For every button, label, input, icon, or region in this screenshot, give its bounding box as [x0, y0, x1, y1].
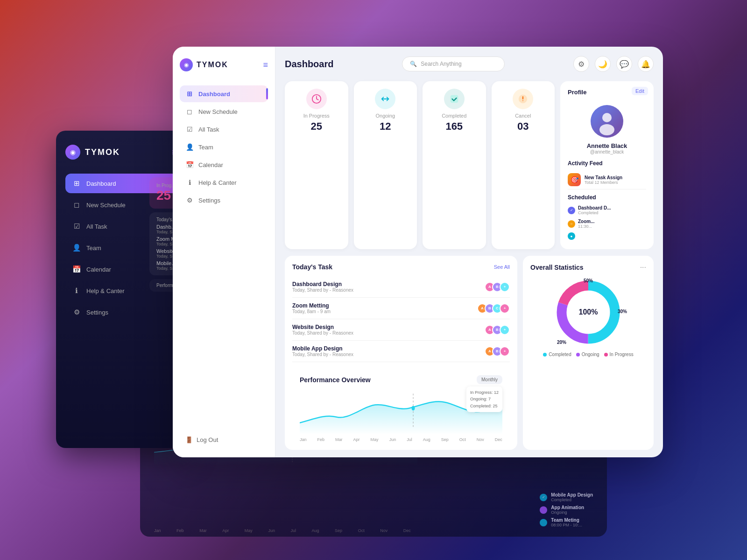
- cancel-value: 03: [499, 120, 548, 133]
- month-mar: Mar: [335, 437, 343, 442]
- sidebar: ◉ TYMOK ≡ ⊞ Dashboard ◻ New Schedule ☑ A…: [173, 47, 275, 457]
- notification-btn[interactable]: 🔔: [638, 56, 654, 72]
- sched-check-2: ○: [568, 220, 575, 228]
- task-avatars-4: A B +: [485, 346, 510, 357]
- tasks-title: Today's Task: [292, 263, 332, 271]
- legend-in-progress-label: In Progress: [610, 352, 634, 357]
- month-apr: Apr: [353, 437, 360, 442]
- ongoing-dot: [576, 353, 580, 357]
- activity-icon: 🎯: [568, 173, 581, 186]
- task-item-3: Website Design Today, Shared by - Reason…: [292, 319, 510, 341]
- logout-button[interactable]: 🚪 Log Out: [180, 432, 224, 448]
- legend-in-progress: In Progress: [604, 352, 634, 357]
- donut-center-label: 100%: [579, 308, 598, 316]
- dark-sched-sub-2: Ongoing: [551, 510, 584, 515]
- pct-20: 20%: [557, 340, 566, 345]
- settings-btn[interactable]: ⚙: [573, 56, 589, 72]
- completed-icon: [444, 89, 465, 109]
- main-dashboard: ◉ TYMOK ≡ ⊞ Dashboard ◻ New Schedule ☑ A…: [173, 47, 663, 457]
- avatar: +: [500, 282, 510, 292]
- dark-alltask-label: All Task: [86, 223, 107, 230]
- cancel-label: Cancel: [499, 113, 548, 119]
- dashboard-icon: ⊞: [185, 90, 194, 98]
- dark-nav-settings[interactable]: ⚙ Settings: [65, 302, 177, 322]
- dark-sched-check-2: [540, 506, 547, 514]
- sched-name-1: Dashboard D...: [578, 205, 611, 210]
- legend-completed: Completed: 25: [470, 403, 499, 409]
- dark-sched-info-3: Team Meting 08:00 PM - 10:...: [551, 518, 582, 527]
- task-name-3: Website Design: [292, 324, 485, 330]
- dark-team-label: Team: [86, 245, 101, 252]
- pct-50: 50%: [584, 278, 593, 283]
- bottom-grid: Today's Task See All Dashboard Design To…: [285, 256, 654, 450]
- dark-month-labels: Jan Feb Mar Apr May Jun Jul Aug Sep Oct …: [154, 528, 411, 533]
- content-area: Dashboard 🔍 Search Anything ⚙ 🌙 💬 🔔: [275, 47, 663, 457]
- task-info-2: Zoom Metting Today, 8am - 9 am: [292, 302, 477, 314]
- activity-info: New Task Assign Total 12 Members: [585, 175, 622, 185]
- task-info-1: Dashboard Design Today, Shared by - Reas…: [292, 281, 485, 293]
- task-avatars-2: A B C +: [477, 303, 510, 314]
- activity-sub: Total 12 Members: [585, 180, 622, 185]
- month-labels: Jan Feb Mar Apr May Jun Jul Aug Sep Oct …: [300, 436, 502, 442]
- task-date-1: Today, Shared by - Reasonex: [292, 287, 485, 293]
- ongoing-icon: [375, 89, 395, 109]
- more-options-btn[interactable]: ···: [640, 263, 646, 272]
- sidebar-item-team[interactable]: 👤 Team: [180, 139, 268, 155]
- sidebar-item-settings[interactable]: ⚙ Settings: [180, 192, 268, 209]
- dm-apr: Apr: [222, 528, 229, 533]
- legend-ongoing: Ongoing: [576, 352, 599, 357]
- completed-value: 165: [430, 120, 479, 133]
- stats-panel-title: Overall Statistics: [530, 264, 584, 271]
- task-info-3: Website Design Today, Shared by - Reason…: [292, 324, 485, 336]
- ongoing-label: Ongoing: [361, 113, 410, 119]
- logo-row: ◉ TYMOK ≡: [180, 58, 268, 71]
- cancel-icon: [513, 89, 533, 109]
- dark-sched-check-1: ✓: [540, 494, 547, 501]
- perf-panel: Performance Overview Monthly In Progress…: [292, 368, 510, 442]
- activity-text: New Task Assign: [585, 175, 622, 180]
- dark-sched-check-3: [540, 519, 547, 526]
- legend-ongoing-label: Ongoing: [582, 352, 599, 357]
- see-all-button[interactable]: See All: [494, 264, 510, 270]
- calendar-icon: 📅: [185, 161, 194, 168]
- sidebar-item-new-schedule[interactable]: ◻ New Schedule: [180, 103, 268, 120]
- dark-help-icon: ℹ: [72, 287, 81, 295]
- avatar: +: [500, 346, 510, 357]
- search-icon: 🔍: [410, 61, 417, 67]
- sidebar-item-dashboard[interactable]: ⊞ Dashboard: [180, 85, 268, 102]
- chat-btn[interactable]: 💬: [616, 56, 632, 72]
- team-icon: 👤: [185, 143, 194, 151]
- task-item-1: Dashboard Design Today, Shared by - Reas…: [292, 276, 510, 298]
- edit-button[interactable]: Edit: [632, 87, 648, 95]
- sidebar-item-help[interactable]: ℹ Help & Canter: [180, 174, 268, 191]
- moon-btn[interactable]: 🌙: [595, 56, 611, 72]
- month-nov: Nov: [477, 437, 484, 442]
- dm-aug: Aug: [312, 528, 319, 533]
- sched-info-2: Zoom... 11:30...: [578, 219, 595, 229]
- dark-logo: ◉ TYMOK ≡: [65, 145, 177, 160]
- dark-logo-icon: ◉: [65, 145, 80, 160]
- menu-button[interactable]: ≡: [263, 60, 268, 70]
- legend-completed: Completed: [543, 352, 571, 357]
- svg-rect-1: [451, 95, 458, 103]
- month-sep: Sep: [441, 437, 449, 442]
- search-bar[interactable]: 🔍 Search Anything: [402, 56, 505, 71]
- sidebar-item-calendar[interactable]: 📅 Calendar: [180, 156, 268, 173]
- sidebar-help-label: Help & Canter: [198, 179, 237, 186]
- donut-chart: 100% 50% 30% 20%: [553, 277, 623, 347]
- month-jul: Jul: [407, 437, 412, 442]
- dark-sidebar: ◉ TYMOK ≡ ⊞ Dashboard ◻ New Schedule ☑ A…: [56, 131, 187, 448]
- in-progress-value: 25: [292, 120, 341, 133]
- monthly-filter[interactable]: Monthly: [477, 375, 502, 384]
- month-oct: Oct: [459, 437, 466, 442]
- stats-profile-row: In Progress 25 Ongoing 12: [285, 81, 654, 249]
- dark-calendar-label: Calendar: [86, 266, 111, 273]
- task-date-2: Today, 8am - 9 am: [292, 309, 477, 314]
- sidebar-item-all-task[interactable]: ☑ All Task: [180, 121, 268, 138]
- dark-settings-label: Settings: [86, 309, 108, 316]
- search-placeholder: Search Anything: [421, 61, 461, 67]
- dark-sched-1: ✓ Mobile App Design Completed: [540, 492, 593, 502]
- profile-avatar: [591, 105, 623, 138]
- stat-in-progress: In Progress 25: [285, 81, 348, 249]
- tasks-header: Today's Task See All: [292, 263, 510, 271]
